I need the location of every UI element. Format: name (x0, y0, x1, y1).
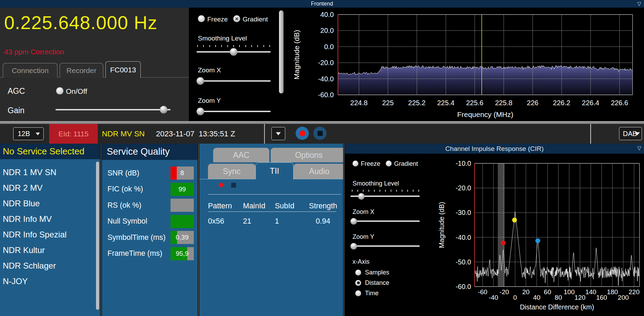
service-item[interactable]: NDR Info Spezial (0, 227, 95, 242)
controls-scrollbar[interactable] (279, 10, 284, 93)
service-item[interactable]: NDR Kultur (0, 242, 95, 258)
tii-table-body: 0x562110.94 (208, 217, 340, 226)
service-item[interactable]: N-JOY (0, 273, 95, 289)
svg-text:40: 40 (533, 294, 540, 301)
mode-combo[interactable]: DAB (619, 127, 642, 140)
tab-tii[interactable]: TII (255, 162, 294, 179)
tii-table-header-cell: SubId (275, 202, 306, 210)
radio-icon[interactable] (355, 280, 361, 286)
spectrum-freeze-radio[interactable] (198, 15, 205, 22)
quality-bar: 0,39 (171, 231, 194, 244)
quality-value (171, 215, 194, 228)
service-item[interactable]: NDR Schlager (0, 258, 95, 273)
cir-smoothing-slider[interactable] (350, 192, 420, 200)
slider-knob[interactable] (350, 243, 357, 250)
cir-zoomx-slider[interactable] (350, 217, 420, 225)
frontend-collapse-icon[interactable]: ▽ (637, 1, 641, 7)
cir-collapse-icon[interactable]: ▽ (637, 145, 641, 151)
cir-zoomy-slider[interactable] (350, 242, 420, 250)
service-quality-panel: Service Quality SNR (dB)8FIC (ok %)99RS … (102, 144, 198, 316)
svg-text:-60.0: -60.0 (318, 91, 334, 99)
svg-text:-60: -60 (478, 288, 487, 296)
status-bar: 12B EId: 1115 NDR MV SN 2023-11-07 13:35… (0, 124, 644, 144)
agc-radio[interactable] (56, 87, 63, 94)
spectrum-zoomx-slider[interactable] (197, 77, 271, 85)
tii-table-header-cell: Strength (306, 202, 340, 210)
radio-icon[interactable] (355, 290, 361, 296)
svg-text:225.2: 225.2 (408, 99, 426, 107)
slider-groove[interactable] (55, 109, 171, 110)
spectrum-zoomy-label: Zoom Y (198, 97, 221, 105)
slider-knob[interactable] (197, 77, 204, 85)
service-item[interactable]: NDR Info MV (0, 211, 95, 227)
slider-groove[interactable] (350, 245, 420, 247)
quality-row: FIC (ok %)99 (102, 181, 198, 198)
slider-knob[interactable] (197, 108, 204, 115)
tii-table-header-cell: MainId (243, 202, 275, 210)
svg-text:0: 0 (513, 294, 517, 301)
slider-groove[interactable] (197, 111, 271, 112)
service-item[interactable]: NDR 2 MV (0, 180, 95, 196)
slider-knob[interactable] (160, 106, 167, 114)
quality-label: FIC (ok %) (102, 185, 171, 193)
xaxis-option-distance[interactable]: Distance (355, 278, 389, 288)
xaxis-option-time[interactable]: Time (355, 288, 389, 298)
tab-sync[interactable]: Sync (208, 164, 255, 179)
spectrum-zoomy-slider[interactable] (197, 107, 271, 116)
service-item[interactable]: NDR Blue (0, 196, 95, 211)
xaxis-radio-group: SamplesDistanceTime (355, 267, 389, 298)
utc-timestamp: 2023-11-07 13:35:51 Z (156, 124, 235, 144)
spectrum-gradient-radio[interactable] (233, 15, 240, 22)
stop-indicator-icon[interactable] (231, 183, 236, 188)
slider-knob[interactable] (350, 218, 357, 225)
tab-recorder[interactable]: Recorder (60, 63, 103, 78)
svg-text:20: 20 (522, 288, 530, 296)
small-dropdown[interactable] (271, 127, 285, 140)
quality-row: SymbolTime (ms)0,39 (102, 229, 198, 246)
frontend-titlebar: Frontend ▽ (0, 0, 644, 8)
services-header: No Service Selected (0, 144, 100, 159)
slider-groove[interactable] (350, 220, 420, 222)
xaxis-option-samples[interactable]: Samples (355, 267, 389, 278)
svg-text:0.0: 0.0 (324, 43, 334, 51)
agc-label: AGC (8, 87, 25, 96)
service-item[interactable]: NDR 1 MV SN (0, 164, 95, 180)
svg-text:40.0: 40.0 (320, 11, 334, 18)
tii-table-row[interactable]: 0x562110.94 (208, 217, 340, 226)
spectrum-smoothing-slider[interactable] (197, 48, 271, 56)
tab-connection[interactable]: Connection (3, 63, 58, 78)
svg-text:-60.0: -60.0 (456, 283, 471, 290)
spectrum-gradient-label: Gradient (243, 16, 268, 23)
tab-options[interactable]: Options (271, 148, 343, 162)
record-button[interactable] (296, 127, 309, 140)
slider-groove[interactable] (197, 80, 271, 82)
quality-row: Null Symbol (102, 214, 198, 230)
channel-combo[interactable]: 12B (13, 127, 44, 140)
tab-aac[interactable]: AAC (213, 148, 269, 162)
cir-freeze-radio[interactable] (353, 161, 358, 166)
dab-receiver-window: Frontend ▽ 0.225.648.000 Hz 43 ppm Corre… (0, 0, 644, 316)
stop-icon (317, 131, 323, 136)
slider-knob[interactable] (358, 193, 365, 200)
horizontal-splitter[interactable] (0, 121, 644, 124)
radio-icon[interactable] (355, 270, 361, 276)
smoothing-slider-ticks (352, 190, 419, 192)
quality-label: SymbolTime (ms) (102, 233, 171, 242)
tuner-panel: 0.225.648.000 Hz 43 ppm Correction Conne… (0, 8, 189, 121)
quality-bar: 99 (171, 183, 194, 196)
cir-zoomx-label: Zoom X (353, 208, 374, 216)
stop-button[interactable] (313, 127, 327, 140)
slider-knob[interactable] (230, 48, 237, 56)
gain-slider[interactable] (55, 105, 171, 114)
record-indicator-icon[interactable] (219, 183, 223, 187)
tab-audio[interactable]: Audio (294, 164, 343, 179)
service-quality-rows: SNR (dB)8FIC (ok %)99RS (ok %)Null Symbo… (102, 165, 198, 262)
services-scrollbar[interactable] (96, 162, 99, 310)
quality-bar: 95,9 (171, 247, 194, 260)
xaxis-option-label: Distance (365, 279, 389, 287)
svg-text:225.6: 225.6 (466, 99, 484, 107)
cir-panel: Channel Impulse Response (CIR) ▽ Freeze … (345, 144, 644, 316)
cir-gradient-radio[interactable] (386, 161, 392, 166)
tab-fc0013[interactable]: FC0013 (105, 61, 141, 78)
svg-text:-50.0: -50.0 (456, 258, 471, 266)
